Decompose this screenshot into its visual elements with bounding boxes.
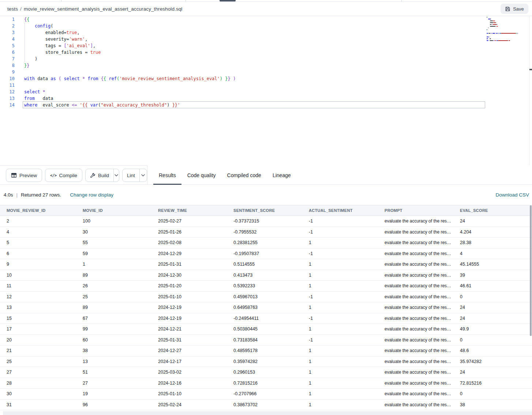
column-header-review_time: REVIEW_TIME <box>151 208 227 213</box>
minimap-line <box>501 33 516 34</box>
cell-review_time: 2025-02-24 <box>151 402 227 407</box>
cell-prompt: evaluate the accuracy of the res… <box>378 326 453 332</box>
line-number: 12 <box>0 89 15 95</box>
minimap-line <box>488 19 490 19</box>
cell-prompt: evaluate the accuracy of the res… <box>378 273 453 278</box>
preview-button[interactable]: Preview <box>6 169 42 182</box>
table-row: 11262025-01-200.53922331evaluate the acc… <box>0 281 532 292</box>
cell-eval_score: 24 <box>453 316 532 321</box>
line-number: 8 <box>0 62 15 69</box>
active-tab-indicator <box>220 0 236 1</box>
cell-review_time: 2025-01-31 <box>151 262 227 267</box>
download-csv-link[interactable]: Download CSV <box>495 192 529 198</box>
cell-actual_sentiment: -1 <box>302 316 378 321</box>
cell-movie_review_id: 2 <box>0 218 76 224</box>
row-count: Returned 27 rows. <box>21 192 61 198</box>
cell-movie_review_id: 6 <box>0 251 76 256</box>
minimap-line <box>496 33 498 34</box>
results-panel-header: Preview </> Compile Build <box>0 165 532 185</box>
table-horizontal-scrollbar-track[interactable] <box>3 411 532 415</box>
tab-lineage[interactable]: Lineage <box>267 165 296 185</box>
tab-code-quality[interactable]: Code quality <box>182 165 221 185</box>
dbt-ide-window: { "header": { "breadcrumb_root": "tests"… <box>0 0 532 415</box>
save-button[interactable]: Save <box>501 4 528 14</box>
table-row: 15672024-12-19-0.24954411-1evaluate the … <box>0 313 532 324</box>
table-row: 21382024-12-270.485951781evaluate the ac… <box>0 345 532 356</box>
prompt-preview-text: evaluate the accuracy of the res… <box>385 251 451 256</box>
column-header-movie_review_id: MOVIE_REVIEW_ID <box>0 208 76 213</box>
tab-results[interactable]: Results <box>153 165 181 185</box>
table-row: 6592024-12-29-0.19507837-1evaluate the a… <box>0 248 532 259</box>
code-line: 12select * <box>0 89 532 95</box>
build-dropdown-toggle[interactable] <box>114 169 119 182</box>
minimap-line <box>490 22 494 23</box>
cell-review_time: 2024-12-17 <box>151 359 227 364</box>
change-row-display-link[interactable]: Change row display <box>70 192 113 198</box>
table-vertical-scrollbar-thumb[interactable] <box>530 205 532 336</box>
cell-actual_sentiment: 1 <box>302 326 378 332</box>
table-grid-icon <box>11 172 17 178</box>
cell-movie_id: 60 <box>76 337 151 343</box>
code-text: select * <box>24 89 45 95</box>
cell-movie_id: 59 <box>76 251 151 256</box>
minimap-line <box>490 37 490 37</box>
minimap-line <box>490 40 494 41</box>
line-number: 4 <box>0 36 15 42</box>
cell-prompt: evaluate the accuracy of the res… <box>378 370 453 375</box>
column-header-actual_sentiment: ACTUAL_SENTIMENT <box>302 208 378 213</box>
cell-actual_sentiment: 1 <box>302 359 378 364</box>
cell-sentiment_score: 0.50380445 <box>227 326 302 332</box>
minimap-line <box>496 22 496 23</box>
code-text: where eval_score <= '{{ var("eval_accura… <box>24 102 180 108</box>
build-button[interactable]: Build <box>86 169 114 182</box>
minimap-line <box>487 40 488 41</box>
cell-eval_score: 38 <box>453 402 532 407</box>
minimap-line <box>487 29 487 30</box>
prompt-preview-text: evaluate the accuracy of the res… <box>385 359 451 364</box>
table-row: 27512025-03-020.29601531evaluate the acc… <box>0 367 532 378</box>
table-row: 17992024-12-210.503804451evaluate the ac… <box>0 324 532 335</box>
prompt-preview-text: evaluate the accuracy of the res… <box>385 294 451 299</box>
lint-label: Lint <box>127 173 135 178</box>
cell-sentiment_score: 0.73183584 <box>227 337 302 343</box>
cell-sentiment_score: -0.37372315 <box>227 218 302 224</box>
cell-actual_sentiment: 1 <box>302 348 378 353</box>
sql-code-editor[interactable]: 1{{2 config(3 enabled=true,4 severity='w… <box>0 16 532 165</box>
code-line: 7 ) <box>0 56 532 62</box>
cell-actual_sentiment: 1 <box>302 305 378 310</box>
prompt-preview-text: evaluate the accuracy of the res… <box>385 370 451 375</box>
chevron-down-icon <box>115 174 118 176</box>
editor-scrollbar-track[interactable] <box>529 16 532 165</box>
column-header-prompt: PROMPT <box>378 208 453 213</box>
compile-button[interactable]: </> Compile <box>45 169 82 182</box>
cell-eval_score: 72.815216 <box>453 381 532 386</box>
cell-prompt: evaluate the accuracy of the res… <box>378 359 453 364</box>
line-number: 5 <box>0 42 15 49</box>
editor-scrollbar-thumb[interactable] <box>529 69 532 70</box>
cell-movie_review_id: 21 <box>0 348 76 353</box>
breadcrumb-root[interactable]: tests <box>7 6 18 12</box>
cell-prompt: evaluate the accuracy of the res… <box>378 229 453 235</box>
cell-sentiment_score: 0.28381255 <box>227 240 302 245</box>
cell-movie_id: 89 <box>76 273 151 278</box>
line-number: 1 <box>0 16 15 23</box>
prompt-preview-text: evaluate the accuracy of the res… <box>385 229 451 235</box>
cell-actual_sentiment: -1 <box>302 337 378 343</box>
table-row: 21002025-02-27-0.37372315-1evaluate the … <box>0 216 532 227</box>
code-line: 6 store_failures = true <box>0 49 532 56</box>
cell-actual_sentiment: 1 <box>302 262 378 267</box>
minimap-line <box>492 24 492 25</box>
minimap-line <box>492 33 495 34</box>
cell-prompt: evaluate the accuracy of the res… <box>378 337 453 343</box>
prompt-preview-text: evaluate the accuracy of the res… <box>385 381 451 386</box>
cell-review_time: 2025-01-31 <box>151 337 227 343</box>
lint-dropdown-toggle[interactable] <box>140 169 147 182</box>
code-text: ) <box>24 56 37 62</box>
code-line: 1{{ <box>0 16 532 23</box>
lint-button[interactable]: Lint <box>123 169 140 182</box>
editor-minimap[interactable] <box>487 17 523 46</box>
table-body: 21002025-02-27-0.37372315-1evaluate the … <box>0 216 532 410</box>
tab-compiled-code[interactable]: Compiled code <box>222 165 267 185</box>
minimap-line <box>495 20 495 21</box>
cell-sentiment_score: 0.5392233 <box>227 283 302 288</box>
